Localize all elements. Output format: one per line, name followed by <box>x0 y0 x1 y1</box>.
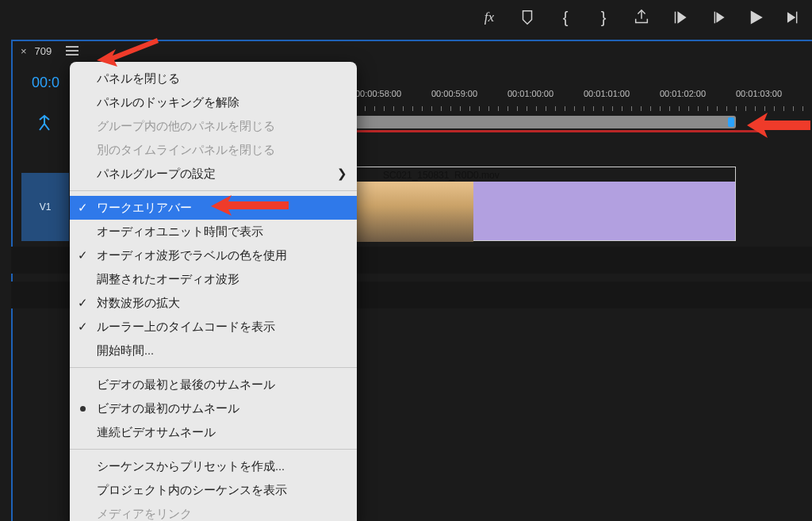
menu-item-label: ワークエリアバー <box>97 201 192 216</box>
play-icon[interactable] <box>747 9 764 26</box>
ruler-ticks <box>355 105 812 111</box>
render-bar <box>355 130 763 132</box>
menu-item[interactable]: シーケンスからプリセットを作成... <box>70 454 357 478</box>
menu-item-label: 別のタイムラインパネルを閉じる <box>97 143 275 158</box>
menu-item-label: 連続ビデオサムネール <box>97 425 216 440</box>
work-area-end-handle[interactable] <box>728 117 734 127</box>
ruler-label: 00:01:01:00 <box>584 89 660 103</box>
menu-item-label: オーディオユニット時間で表示 <box>97 224 263 239</box>
menu-item: グループ内の他のパネルを閉じる <box>70 114 357 138</box>
menu-item[interactable]: パネルを閉じる <box>70 67 357 90</box>
menu-item[interactable]: 開始時間... <box>70 339 357 362</box>
menu-item[interactable]: ビデオの最初と最後のサムネール <box>70 373 357 396</box>
menu-item-label: パネルのドッキングを解除 <box>97 95 239 110</box>
menu-item-label: ルーラー上のタイムコードを表示 <box>97 320 275 335</box>
check-icon: ✓ <box>78 320 88 333</box>
menu-item-label: 対数波形の拡大 <box>97 296 180 311</box>
ruler-label: 00:01:03:00 <box>736 89 812 103</box>
playhead-timecode[interactable]: 00:0 <box>32 75 59 91</box>
menu-item-label: ビデオの最初のサムネール <box>97 401 239 416</box>
menu-separator <box>70 190 357 191</box>
menu-item-label: パネルを閉じる <box>97 71 180 86</box>
marker-icon[interactable] <box>519 9 536 26</box>
close-panel-icon[interactable]: × <box>21 45 27 57</box>
track-label: V1 <box>40 201 52 213</box>
menu-item[interactable]: ✓オーディオ波形でラベルの色を使用 <box>70 243 357 267</box>
menu-item-label: シーケンスからプリセットを作成... <box>97 459 285 474</box>
menu-item[interactable]: ✓対数波形の拡大 <box>70 291 357 315</box>
menu-item: メディアをリンク <box>70 502 357 521</box>
menu-separator <box>70 367 357 368</box>
track-header-v1[interactable]: V1 <box>21 173 69 241</box>
menu-separator <box>70 449 357 450</box>
menu-item-label: メディアをリンク <box>97 507 192 522</box>
menu-item-label: 調整されたオーディオ波形 <box>97 272 239 287</box>
check-icon: ✓ <box>78 297 88 309</box>
step-forward-icon[interactable] <box>785 9 802 26</box>
out-point-icon[interactable]: } <box>595 9 612 26</box>
chevron-right-icon: ❯ <box>337 167 347 180</box>
time-ruler[interactable]: 00:00:58:0000:00:59:0000:01:00:0000:01:0… <box>355 86 812 132</box>
snap-icon[interactable] <box>35 114 54 135</box>
check-icon: ✓ <box>78 201 88 214</box>
top-toolbar: fx { } <box>0 0 812 35</box>
panel-menu-icon[interactable] <box>66 46 79 56</box>
menu-item[interactable]: オーディオユニット時間で表示 <box>70 220 357 243</box>
in-point-icon[interactable]: { <box>557 9 574 26</box>
menu-item-label: ビデオの最初と最後のサムネール <box>97 377 275 393</box>
fx-icon[interactable]: fx <box>481 9 498 26</box>
clip-area: SC021_150831_R0D0.mov <box>355 167 812 241</box>
clip-thumbnail <box>356 182 473 242</box>
menu-item[interactable]: ✓ワークエリアバー <box>70 196 357 220</box>
timeline-panel-tabbar: × 709 <box>11 40 79 62</box>
ruler-labels: 00:00:58:0000:00:59:0000:01:00:0000:01:0… <box>355 89 812 103</box>
panel-context-menu[interactable]: パネルを閉じるパネルのドッキングを解除グループ内の他のパネルを閉じる別のタイムラ… <box>70 62 357 521</box>
sequence-tab-title[interactable]: 709 <box>35 45 52 57</box>
ruler-label: 00:01:02:00 <box>660 89 736 103</box>
work-area-bar[interactable] <box>355 116 736 128</box>
ruler-label: 00:00:59:00 <box>431 89 508 103</box>
menu-item[interactable]: 調整されたオーディオ波形 <box>70 267 357 291</box>
menu-item-label: オーディオ波形でラベルの色を使用 <box>97 248 287 263</box>
menu-item[interactable]: パネルのドッキングを解除 <box>70 90 357 114</box>
export-icon[interactable] <box>633 9 650 26</box>
menu-item: 別のタイムラインパネルを閉じる <box>70 138 357 162</box>
clip-body <box>473 182 735 240</box>
ruler-label: 00:00:58:00 <box>355 89 431 103</box>
step-back-icon[interactable] <box>709 9 726 26</box>
menu-item[interactable]: プロジェクト内のシーケンスを表示 <box>70 478 357 502</box>
menu-item-label: パネルグループの設定 <box>97 167 216 182</box>
video-clip[interactable]: SC021_150831_R0D0.mov <box>355 167 736 241</box>
bullet-icon <box>80 406 86 412</box>
go-in-icon[interactable] <box>671 9 688 26</box>
check-icon: ✓ <box>78 249 88 262</box>
menu-item-label: プロジェクト内のシーケンスを表示 <box>97 483 287 498</box>
menu-item[interactable]: ビデオの最初のサムネール <box>70 396 357 420</box>
clip-filename: SC021_150831_R0D0.mov <box>383 170 500 181</box>
menu-item[interactable]: 連続ビデオサムネール <box>70 420 357 444</box>
ruler-label: 00:01:00:00 <box>508 89 584 103</box>
menu-item[interactable]: ✓ルーラー上のタイムコードを表示 <box>70 315 357 339</box>
menu-item-label: グループ内の他のパネルを閉じる <box>97 119 275 134</box>
menu-item[interactable]: パネルグループの設定❯ <box>70 162 357 186</box>
menu-item-label: 開始時間... <box>97 343 154 358</box>
